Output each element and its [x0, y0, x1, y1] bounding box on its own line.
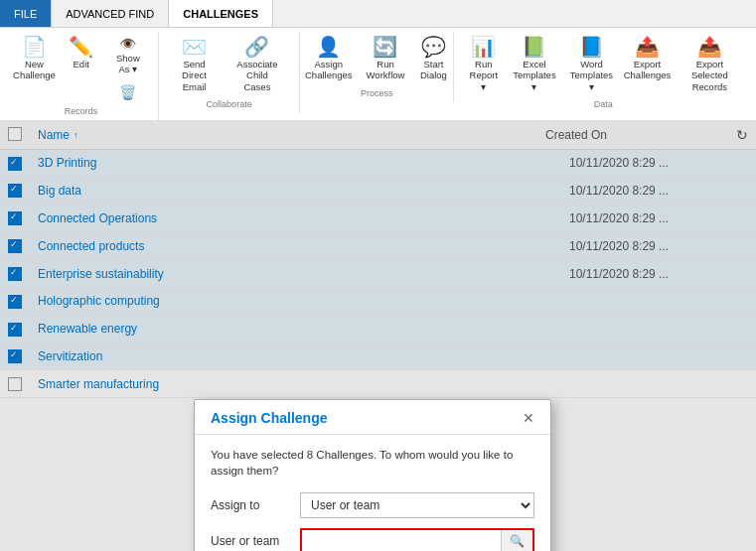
user-search-wrapper: 🔍 — [300, 528, 534, 551]
send-email-icon: ✉️ — [182, 37, 207, 57]
export-selected-icon: 📤 — [697, 37, 722, 57]
assign-icon: 👤 — [316, 37, 341, 57]
word-icon: 📘 — [579, 37, 604, 57]
word-templates-button[interactable]: 📘 WordTemplates ▾ — [564, 32, 619, 97]
assign-to-value: User or team — [300, 492, 534, 518]
run-report-button[interactable]: 📊 RunReport ▾ — [462, 32, 505, 97]
user-or-team-value: 🔍 — [300, 528, 534, 551]
user-or-team-label: User or team — [211, 534, 300, 548]
workflow-icon: 🔄 — [373, 37, 397, 57]
dialog-icon: 💬 — [421, 37, 446, 57]
edit-button[interactable]: ✏️ Edit — [61, 32, 102, 104]
export-selected-button[interactable]: 📤 Export SelectedRecords — [676, 32, 744, 97]
tab-file[interactable]: FILE — [0, 0, 52, 27]
dialog-body: You have selected 8 Challenges. To whom … — [195, 435, 550, 551]
ribbon-group-collaborate: ✉️ Send DirectEmail 🔗 Associate ChildCas… — [159, 32, 300, 113]
send-direct-email-button[interactable]: ✉️ Send DirectEmail — [167, 32, 222, 97]
report-icon: 📊 — [471, 37, 496, 57]
start-dialog-button[interactable]: 💬 StartDialog — [412, 32, 454, 86]
associate-child-cases-button[interactable]: 🔗 Associate ChildCases — [224, 32, 291, 97]
new-challenge-button[interactable]: 📄 NewChallenge — [10, 32, 59, 104]
user-search-input[interactable] — [302, 530, 501, 551]
excel-icon: 📗 — [522, 37, 546, 57]
list-area: Name ↑ Created On ↻ 3D Printing 10/11/20… — [0, 121, 756, 551]
edit-icon: ✏️ — [69, 37, 93, 57]
ribbon-group-records: 📄 NewChallenge ✏️ Edit 👁️ Show As ▾ 🗑️ — [4, 32, 159, 120]
delete-button[interactable]: 🗑️ — [104, 82, 152, 104]
export-icon: 📤 — [635, 37, 660, 57]
delete-icon: 🗑️ — [119, 85, 136, 99]
ribbon-group-process: 👤 AssignChallenges 🔄 RunWorkflow 💬 Start… — [300, 32, 454, 102]
assign-challenges-button[interactable]: 👤 AssignChallenges — [299, 32, 359, 86]
assign-challenge-dialog: Assign Challenge ✕ You have selected 8 C… — [194, 399, 551, 551]
dialog-title-bar: Assign Challenge ✕ — [195, 400, 550, 435]
user-or-team-field: User or team 🔍 — [211, 528, 534, 551]
dialog-close-button[interactable]: ✕ — [523, 410, 534, 426]
new-challenge-icon: 📄 — [22, 37, 47, 57]
dialog-title: Assign Challenge — [211, 410, 327, 426]
assign-to-field: Assign to User or team — [211, 492, 534, 518]
run-workflow-button[interactable]: 🔄 RunWorkflow — [361, 32, 411, 86]
assign-to-label: Assign to — [211, 498, 300, 512]
excel-templates-button[interactable]: 📗 ExcelTemplates ▾ — [507, 32, 561, 97]
assign-to-select[interactable]: User or team — [300, 492, 534, 518]
dialog-description: You have selected 8 Challenges. To whom … — [211, 447, 534, 479]
show-as-icon: 👁️ — [119, 37, 136, 51]
tab-advanced-find[interactable]: ADVANCED FIND — [52, 0, 169, 27]
export-challenges-button[interactable]: 📤 ExportChallenges — [621, 32, 674, 97]
user-search-button[interactable]: 🔍 — [501, 530, 532, 551]
associate-icon: 🔗 — [244, 37, 269, 57]
ribbon-group-data: 📊 RunReport ▾ 📗 ExcelTemplates ▾ 📘 WordT… — [454, 32, 752, 113]
tab-challenges[interactable]: CHALLENGES — [169, 0, 273, 27]
show-as-button[interactable]: 👁️ Show As ▾ — [104, 32, 152, 80]
ribbon: 📄 NewChallenge ✏️ Edit 👁️ Show As ▾ 🗑️ — [0, 28, 756, 121]
top-nav: FILE ADVANCED FIND CHALLENGES — [0, 0, 756, 28]
